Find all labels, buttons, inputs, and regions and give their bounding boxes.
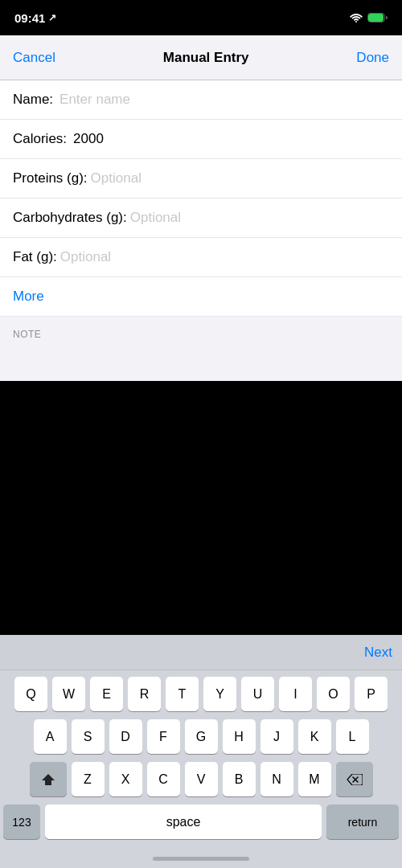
- cancel-button[interactable]: Cancel: [13, 50, 55, 66]
- key-c[interactable]: C: [147, 762, 180, 796]
- key-row-bottom: 123 space return: [3, 805, 399, 839]
- calories-row: Calories: 2000: [0, 120, 402, 159]
- key-d[interactable]: D: [109, 719, 142, 754]
- key-row-3: Z X C V B N M: [3, 762, 399, 796]
- nav-title: Manual Entry: [163, 50, 249, 66]
- name-label: Name:: [13, 92, 53, 108]
- key-e[interactable]: E: [90, 677, 123, 711]
- carbohydrates-row: Carbohydrates (g): Optional: [0, 199, 402, 238]
- key-i[interactable]: I: [279, 677, 312, 711]
- form-area: Name: Calories: 2000 Proteins (g): Optio…: [0, 80, 402, 317]
- key-b[interactable]: B: [223, 762, 256, 796]
- calories-value[interactable]: 2000: [70, 131, 389, 147]
- key-n[interactable]: N: [260, 762, 293, 796]
- keyboard-rows: Q W E R T Y U I O P A S D F G H J K L: [0, 670, 402, 849]
- key-y[interactable]: Y: [203, 677, 236, 711]
- next-button[interactable]: Next: [364, 645, 392, 661]
- key-row-2: A S D F G H J K L: [3, 719, 399, 754]
- proteins-value[interactable]: Optional: [91, 170, 142, 186]
- keyboard-toolbar: Next: [0, 635, 402, 670]
- calories-label: Calories:: [13, 131, 67, 147]
- key-f[interactable]: F: [147, 719, 180, 754]
- key-a[interactable]: A: [34, 719, 67, 754]
- time: 09:41: [14, 11, 45, 25]
- status-bar: 09:41 ↗: [0, 0, 402, 35]
- space-key[interactable]: space: [45, 805, 322, 839]
- key-s[interactable]: S: [72, 719, 105, 754]
- numbers-key[interactable]: 123: [3, 805, 40, 839]
- status-right: [350, 11, 388, 25]
- return-key[interactable]: return: [326, 805, 399, 839]
- done-button[interactable]: Done: [356, 50, 389, 66]
- key-r[interactable]: R: [128, 677, 161, 711]
- home-indicator: [0, 849, 402, 868]
- wifi-icon: [350, 11, 363, 25]
- key-p[interactable]: P: [355, 677, 388, 711]
- delete-key[interactable]: [336, 762, 373, 796]
- carbohydrates-value[interactable]: Optional: [130, 210, 181, 226]
- key-k[interactable]: K: [298, 719, 331, 754]
- nav-bar: Cancel Manual Entry Done: [0, 35, 402, 80]
- key-j[interactable]: J: [260, 719, 293, 754]
- key-h[interactable]: H: [223, 719, 256, 754]
- home-bar: [153, 857, 249, 861]
- more-row: More: [0, 277, 402, 317]
- name-input[interactable]: [56, 92, 389, 108]
- key-g[interactable]: G: [185, 719, 218, 754]
- key-v[interactable]: V: [185, 762, 218, 796]
- fat-row: Fat (g): Optional: [0, 238, 402, 277]
- battery-icon: [367, 11, 388, 25]
- note-section: NOTE: [0, 317, 402, 381]
- key-x[interactable]: X: [109, 762, 142, 796]
- carbohydrates-label: Carbohydrates (g):: [13, 210, 127, 226]
- key-z[interactable]: Z: [72, 762, 105, 796]
- shift-key[interactable]: [30, 762, 67, 796]
- svg-rect-2: [368, 14, 384, 22]
- note-label: NOTE: [13, 329, 41, 340]
- name-row: Name:: [0, 80, 402, 120]
- more-button[interactable]: More: [13, 289, 44, 305]
- key-u[interactable]: U: [241, 677, 274, 711]
- status-left: 09:41 ↗: [14, 11, 56, 25]
- key-t[interactable]: T: [166, 677, 199, 711]
- key-o[interactable]: O: [317, 677, 350, 711]
- proteins-label: Proteins (g):: [13, 170, 88, 186]
- key-w[interactable]: W: [52, 677, 85, 711]
- key-m[interactable]: M: [298, 762, 331, 796]
- svg-point-0: [355, 21, 357, 23]
- location-icon: ↗: [48, 12, 56, 23]
- key-l[interactable]: L: [336, 719, 369, 754]
- proteins-row: Proteins (g): Optional: [0, 159, 402, 199]
- keyboard-container: Next Q W E R T Y U I O P A S D F G H J K…: [0, 635, 402, 868]
- fat-value[interactable]: Optional: [60, 249, 111, 265]
- key-row-1: Q W E R T Y U I O P: [3, 677, 399, 711]
- fat-label: Fat (g):: [13, 249, 57, 265]
- key-q[interactable]: Q: [14, 677, 47, 711]
